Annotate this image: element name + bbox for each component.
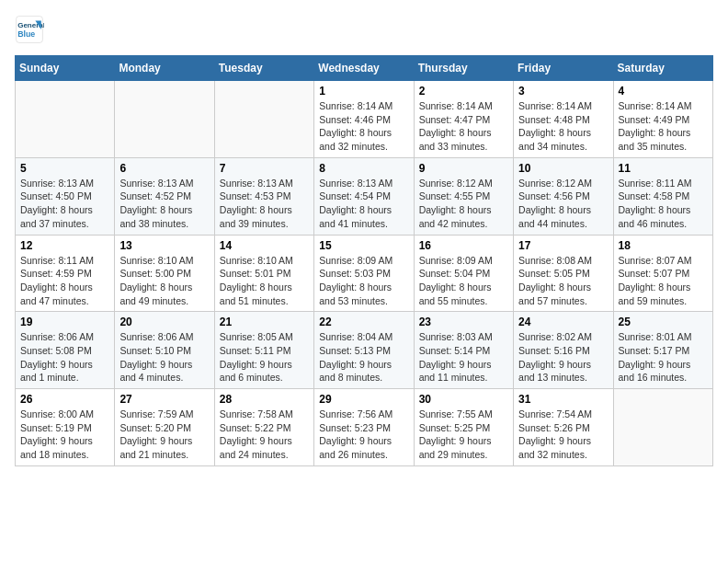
day-cell-27: 27Sunrise: 7:59 AM Sunset: 5:20 PM Dayli… (115, 389, 214, 466)
day-cell-6: 6Sunrise: 8:13 AM Sunset: 4:52 PM Daylig… (115, 157, 214, 235)
week-row-1: 1Sunrise: 8:14 AM Sunset: 4:46 PM Daylig… (16, 81, 713, 158)
day-number: 23 (419, 316, 508, 328)
day-number: 8 (319, 162, 408, 175)
day-info: Sunrise: 7:54 AM Sunset: 5:26 PM Dayligh… (518, 408, 608, 462)
day-number: 27 (119, 393, 209, 406)
day-info: Sunrise: 8:12 AM Sunset: 4:56 PM Dayligh… (518, 177, 608, 231)
day-number: 26 (20, 393, 109, 406)
week-row-3: 12Sunrise: 8:11 AM Sunset: 4:59 PM Dayli… (16, 235, 713, 312)
day-cell-24: 24Sunrise: 8:02 AM Sunset: 5:16 PM Dayli… (514, 312, 613, 389)
day-info: Sunrise: 8:13 AM Sunset: 4:50 PM Dayligh… (20, 177, 109, 231)
day-info: Sunrise: 7:58 AM Sunset: 5:22 PM Dayligh… (220, 408, 309, 462)
day-number: 3 (518, 85, 608, 98)
day-info: Sunrise: 8:14 AM Sunset: 4:49 PM Dayligh… (619, 99, 708, 154)
day-cell-3: 3Sunrise: 8:14 AM Sunset: 4:48 PM Daylig… (514, 81, 613, 158)
day-cell-15: 15Sunrise: 8:09 AM Sunset: 5:03 PM Dayli… (314, 235, 414, 312)
day-number: 13 (119, 239, 209, 252)
day-cell-29: 29Sunrise: 7:56 AM Sunset: 5:23 PM Dayli… (314, 389, 414, 466)
day-cell-9: 9Sunrise: 8:12 AM Sunset: 4:55 PM Daylig… (414, 157, 513, 235)
day-cell-18: 18Sunrise: 8:07 AM Sunset: 5:07 PM Dayli… (613, 235, 712, 312)
day-info: Sunrise: 8:08 AM Sunset: 5:05 PM Dayligh… (518, 254, 608, 308)
day-number: 9 (419, 162, 508, 175)
day-info: Sunrise: 8:10 AM Sunset: 5:01 PM Dayligh… (220, 254, 309, 308)
day-info: Sunrise: 8:13 AM Sunset: 4:52 PM Dayligh… (119, 177, 209, 231)
weekday-header-friday: Friday (514, 56, 613, 81)
day-info: Sunrise: 8:06 AM Sunset: 5:10 PM Dayligh… (119, 330, 209, 385)
empty-cell (115, 81, 214, 158)
day-info: Sunrise: 8:09 AM Sunset: 5:03 PM Dayligh… (319, 254, 408, 308)
day-number: 31 (518, 393, 608, 406)
day-number: 28 (220, 393, 309, 406)
calendar-table: SundayMondayTuesdayWednesdayThursdayFrid… (15, 55, 713, 466)
day-cell-16: 16Sunrise: 8:09 AM Sunset: 5:04 PM Dayli… (414, 235, 513, 312)
day-info: Sunrise: 7:55 AM Sunset: 5:25 PM Dayligh… (419, 408, 508, 462)
day-cell-1: 1Sunrise: 8:14 AM Sunset: 4:46 PM Daylig… (314, 81, 414, 158)
day-info: Sunrise: 8:04 AM Sunset: 5:13 PM Dayligh… (319, 330, 408, 385)
day-info: Sunrise: 8:13 AM Sunset: 4:53 PM Dayligh… (220, 177, 309, 231)
day-number: 7 (220, 162, 309, 175)
day-cell-28: 28Sunrise: 7:58 AM Sunset: 5:22 PM Dayli… (214, 389, 313, 466)
day-number: 15 (319, 239, 408, 252)
day-info: Sunrise: 8:05 AM Sunset: 5:11 PM Dayligh… (220, 330, 309, 385)
day-cell-31: 31Sunrise: 7:54 AM Sunset: 5:26 PM Dayli… (514, 389, 613, 466)
weekday-header-sunday: Sunday (16, 56, 115, 81)
day-info: Sunrise: 7:59 AM Sunset: 5:20 PM Dayligh… (119, 408, 209, 462)
day-number: 11 (619, 162, 708, 175)
day-cell-30: 30Sunrise: 7:55 AM Sunset: 5:25 PM Dayli… (414, 389, 513, 466)
day-number: 5 (20, 162, 109, 175)
weekday-header-monday: Monday (115, 56, 214, 81)
day-info: Sunrise: 8:02 AM Sunset: 5:16 PM Dayligh… (518, 330, 608, 385)
day-number: 14 (220, 239, 309, 252)
day-cell-2: 2Sunrise: 8:14 AM Sunset: 4:47 PM Daylig… (414, 81, 513, 158)
empty-cell (613, 389, 712, 466)
day-info: Sunrise: 8:06 AM Sunset: 5:08 PM Dayligh… (20, 330, 109, 385)
day-info: Sunrise: 8:00 AM Sunset: 5:19 PM Dayligh… (20, 408, 109, 462)
day-number: 16 (419, 239, 508, 252)
day-cell-12: 12Sunrise: 8:11 AM Sunset: 4:59 PM Dayli… (16, 235, 115, 312)
weekday-header-thursday: Thursday (414, 56, 513, 81)
day-number: 24 (518, 316, 608, 328)
day-cell-4: 4Sunrise: 8:14 AM Sunset: 4:49 PM Daylig… (613, 81, 712, 158)
svg-text:Blue: Blue (17, 29, 35, 39)
day-number: 4 (619, 85, 708, 98)
day-number: 12 (20, 239, 109, 252)
weekday-header-tuesday: Tuesday (214, 56, 313, 81)
day-cell-22: 22Sunrise: 8:04 AM Sunset: 5:13 PM Dayli… (314, 312, 414, 389)
day-cell-19: 19Sunrise: 8:06 AM Sunset: 5:08 PM Dayli… (16, 312, 115, 389)
day-cell-5: 5Sunrise: 8:13 AM Sunset: 4:50 PM Daylig… (16, 157, 115, 235)
day-cell-8: 8Sunrise: 8:13 AM Sunset: 4:54 PM Daylig… (314, 157, 414, 235)
day-info: Sunrise: 8:13 AM Sunset: 4:54 PM Dayligh… (319, 177, 408, 231)
day-info: Sunrise: 8:07 AM Sunset: 5:07 PM Dayligh… (619, 254, 708, 308)
day-cell-21: 21Sunrise: 8:05 AM Sunset: 5:11 PM Dayli… (214, 312, 313, 389)
day-number: 29 (319, 393, 408, 406)
weekday-header-wednesday: Wednesday (314, 56, 414, 81)
day-number: 22 (319, 316, 408, 328)
weekday-header-saturday: Saturday (613, 56, 712, 81)
day-number: 20 (119, 316, 209, 328)
calendar-body: 1Sunrise: 8:14 AM Sunset: 4:46 PM Daylig… (16, 81, 713, 466)
day-info: Sunrise: 8:03 AM Sunset: 5:14 PM Dayligh… (419, 330, 508, 385)
day-number: 21 (220, 316, 309, 328)
day-info: Sunrise: 8:11 AM Sunset: 4:59 PM Dayligh… (20, 254, 109, 308)
day-number: 6 (119, 162, 209, 175)
day-number: 19 (20, 316, 109, 328)
day-cell-26: 26Sunrise: 8:00 AM Sunset: 5:19 PM Dayli… (16, 389, 115, 466)
day-info: Sunrise: 7:56 AM Sunset: 5:23 PM Dayligh… (319, 408, 408, 462)
day-info: Sunrise: 8:14 AM Sunset: 4:46 PM Dayligh… (319, 99, 408, 154)
day-cell-20: 20Sunrise: 8:06 AM Sunset: 5:10 PM Dayli… (115, 312, 214, 389)
day-cell-11: 11Sunrise: 8:11 AM Sunset: 4:58 PM Dayli… (613, 157, 712, 235)
day-number: 25 (619, 316, 708, 328)
day-cell-7: 7Sunrise: 8:13 AM Sunset: 4:53 PM Daylig… (214, 157, 313, 235)
day-info: Sunrise: 8:09 AM Sunset: 5:04 PM Dayligh… (419, 254, 508, 308)
day-number: 10 (518, 162, 608, 175)
day-number: 30 (419, 393, 508, 406)
page-header: General Blue (15, 15, 713, 44)
calendar-header: SundayMondayTuesdayWednesdayThursdayFrid… (16, 56, 713, 81)
day-info: Sunrise: 8:01 AM Sunset: 5:17 PM Dayligh… (619, 330, 708, 385)
day-cell-23: 23Sunrise: 8:03 AM Sunset: 5:14 PM Dayli… (414, 312, 513, 389)
logo: General Blue (15, 15, 48, 44)
empty-cell (16, 81, 115, 158)
day-number: 2 (419, 85, 508, 98)
day-info: Sunrise: 8:14 AM Sunset: 4:47 PM Dayligh… (419, 99, 508, 154)
day-info: Sunrise: 8:12 AM Sunset: 4:55 PM Dayligh… (419, 177, 508, 231)
